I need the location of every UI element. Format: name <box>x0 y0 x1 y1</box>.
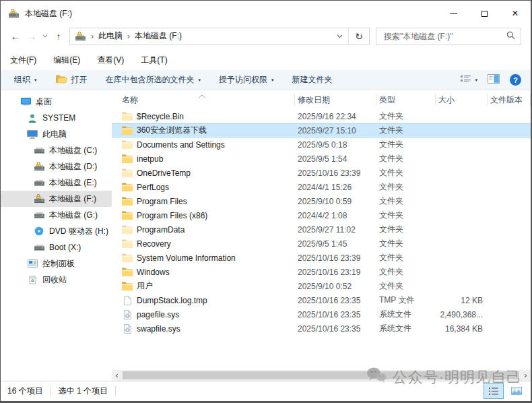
give-access-button[interactable]: 授予访问权限 ▾ <box>219 74 274 86</box>
horizontal-scrollbar[interactable]: ‹ › <box>112 370 531 381</box>
sidebar-item-boot-x[interactable]: Boot (X:) <box>1 239 112 255</box>
scrollbar-thumb[interactable] <box>123 371 519 379</box>
preview-pane-button[interactable] <box>488 74 500 86</box>
file-type: TMP 文件 <box>376 294 436 306</box>
file-row[interactable]: Program Files2025/9/10 0:59文件夹 <box>112 194 531 208</box>
file-row[interactable]: ProgramData2025/9/27 11:02文件夹 <box>112 222 531 237</box>
file-row[interactable]: pagefile.sys2025/10/16 23:35系统文件2,490,36… <box>112 307 531 321</box>
sidebar-item-recycle-bin[interactable]: 回收站 <box>1 272 112 288</box>
drive-icon <box>33 179 45 187</box>
refresh-button[interactable]: ↻ <box>348 28 369 44</box>
folder-icon <box>122 253 133 262</box>
sidebar-item-desktop[interactable]: 桌面 <box>1 94 112 110</box>
scroll-left-icon[interactable]: ‹ <box>112 370 122 381</box>
breadcrumb-this-pc[interactable]: 此电脑 <box>98 30 123 42</box>
help-button[interactable]: ? <box>510 74 521 86</box>
file-name-cell: Program Files <box>112 197 295 206</box>
file-row[interactable]: $Recycle.Bin2025/9/16 22:34文件夹 <box>112 109 531 123</box>
sidebar-item-this-pc[interactable]: 此电脑 <box>1 126 112 142</box>
status-bar: 16 个项目 选中 1 个项目 <box>1 381 531 401</box>
recycle-bin-icon <box>26 275 38 284</box>
file-date-modified: 2025/9/10 0:52 <box>295 282 376 291</box>
sidebar-item-drive-e[interactable]: 本地磁盘 (E:) <box>1 175 112 191</box>
file-name: 360安全浏览器下载 <box>137 125 207 136</box>
file-row[interactable]: Documents and Settings2025/9/5 0:18文件夹 <box>112 137 531 152</box>
file-row[interactable]: Recovery2025/9/5 1:45文件夹 <box>112 237 531 251</box>
back-button[interactable]: ← <box>7 30 24 42</box>
file-date-modified: 2025/10/16 23:39 <box>295 168 376 178</box>
file-row[interactable]: Program Files (x86)2024/4/2 1:08文件夹 <box>112 208 531 222</box>
column-header-name[interactable]: 名称 <box>112 90 295 109</box>
file-name: Windows <box>137 268 170 277</box>
menu-view[interactable]: 查看(V) <box>97 55 124 66</box>
column-header-type[interactable]: 类型 <box>376 90 436 109</box>
address-dropdown-chevron-icon[interactable] <box>331 28 348 44</box>
open-folder-icon <box>55 74 67 86</box>
file-type: 文件夹 <box>376 280 436 292</box>
file-name-cell: Recovery <box>112 239 295 249</box>
sidebar-item-drive-f[interactable]: 本地磁盘 (F:) <box>1 191 112 207</box>
recent-locations-chevron-icon[interactable] <box>40 34 51 38</box>
dropdown-arrow-icon: ▾ <box>34 78 37 82</box>
status-separator <box>115 386 116 396</box>
file-date-modified: 2024/4/2 1:08 <box>295 211 376 220</box>
sidebar-item-drive-d[interactable]: 本地磁盘 (D:) <box>1 158 112 175</box>
menu-file[interactable]: 文件(F) <box>10 55 36 66</box>
file-row[interactable]: 用户2025/9/10 0:52文件夹 <box>112 279 531 293</box>
thumbnails-view-button[interactable] <box>506 383 527 399</box>
sidebar-item-system[interactable]: SYSTEM <box>1 110 112 126</box>
column-header-date-modified[interactable]: 修改日期 <box>295 90 376 109</box>
file-row[interactable]: Windows2025/10/16 23:19文件夹 <box>112 265 531 279</box>
sidebar-item-drive-g[interactable]: 本地磁盘 (G:) <box>1 207 112 223</box>
file-row[interactable]: swapfile.sys2025/10/16 23:35系统文件16,384 K… <box>112 321 531 336</box>
file-row[interactable]: DumpStack.log.tmp2025/10/16 23:35TMP 文件1… <box>112 293 531 307</box>
file-row[interactable]: PerfLogs2024/4/1 15:26文件夹 <box>112 180 531 194</box>
new-folder-button[interactable]: 新建文件夹 <box>292 74 333 86</box>
details-view-button[interactable] <box>484 383 504 399</box>
menu-tools[interactable]: 工具(T) <box>141 55 167 66</box>
file-name: OneDriveTemp <box>137 168 191 178</box>
command-toolbar: 组织 ▾ 打开 在库中包含所选的文件夹 ▾ 授予访问权限 ▾ 新建文件夹 ▾ <box>1 70 531 90</box>
sidebar-item-drive-c[interactable]: 本地磁盘 (C:) <box>1 142 112 158</box>
sidebar-item-label: 此电脑 <box>42 129 67 140</box>
column-header-file-version[interactable]: 文件版本 <box>488 90 531 109</box>
breadcrumb-current-drive[interactable]: 本地磁盘 (F:) <box>135 30 182 42</box>
sidebar-item-control-panel[interactable]: 控制面板 <box>1 255 112 272</box>
dropdown-arrow-icon: ▾ <box>271 78 274 82</box>
close-button[interactable]: × <box>500 1 531 26</box>
drive-icon <box>33 211 45 219</box>
file-name-cell: 360安全浏览器下载 <box>112 125 295 136</box>
file-type: 文件夹 <box>376 195 436 207</box>
file-name: PerfLogs <box>137 183 169 192</box>
scroll-right-icon[interactable]: › <box>521 370 531 381</box>
breadcrumb-separator-icon: › <box>91 32 94 41</box>
file-date-modified: 2025/10/16 23:35 <box>295 324 376 334</box>
file-row[interactable]: 360安全浏览器下载2025/9/27 15:10文件夹 <box>112 123 531 137</box>
file-name-cell: Program Files (x86) <box>112 211 295 220</box>
forward-button[interactable]: → <box>24 30 40 42</box>
file-type: 文件夹 <box>376 139 436 150</box>
sidebar-item-label: 本地磁盘 (F:) <box>49 193 96 205</box>
file-row[interactable]: System Volume Information2025/10/16 23:3… <box>112 251 531 265</box>
breadcrumb-separator-icon: › <box>127 32 130 41</box>
include-in-library-button[interactable]: 在库中包含所选的文件夹 ▾ <box>106 74 201 86</box>
search-input[interactable] <box>383 31 506 42</box>
file-name: inetpub <box>137 154 163 164</box>
open-button[interactable]: 打开 <box>55 74 88 86</box>
file-name-cell: PerfLogs <box>112 183 295 192</box>
menu-edit[interactable]: 编辑(E) <box>53 55 80 66</box>
sidebar-item-label: Boot (X:) <box>49 243 81 252</box>
maximize-button[interactable] <box>469 1 500 26</box>
minimize-button[interactable] <box>438 1 469 26</box>
column-header-size[interactable]: 大小 <box>436 90 488 109</box>
file-row[interactable]: OneDriveTemp2025/10/16 23:39文件夹 <box>112 166 531 180</box>
file-row[interactable]: inetpub2025/9/5 1:54文件夹 <box>112 152 531 166</box>
sidebar-item-label: 本地磁盘 (D:) <box>49 161 97 173</box>
file-name-cell: System Volume Information <box>112 253 295 263</box>
change-view-button[interactable]: ▾ <box>461 75 477 85</box>
system-file-icon <box>122 310 133 319</box>
search-box <box>376 28 521 45</box>
organize-button[interactable]: 组织 ▾ <box>14 74 37 86</box>
sidebar-item-dvd-h[interactable]: DVD 驱动器 (H:) <box>1 223 112 239</box>
up-button[interactable]: ↑ <box>51 31 67 42</box>
